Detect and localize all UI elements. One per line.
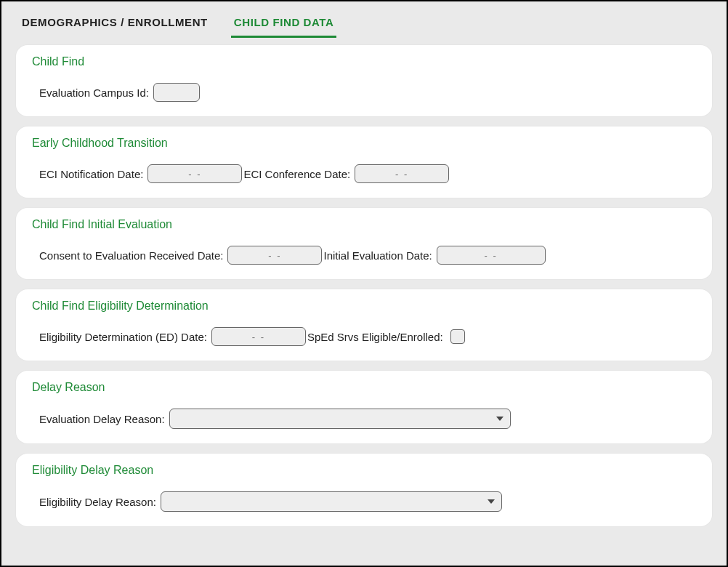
label-evaluation-delay-reason: Evaluation Delay Reason: <box>39 413 165 425</box>
tab-bar: DEMOGRAPHICS / ENROLLMENT CHILD FIND DAT… <box>1 1 727 38</box>
label-consent-to-evaluation-date: Consent to Evaluation Received Date: <box>39 249 223 262</box>
select-evaluation-delay-reason[interactable] <box>169 409 511 429</box>
select-eligibility-delay-reason[interactable] <box>161 491 502 512</box>
input-initial-evaluation-date[interactable] <box>437 246 546 265</box>
card-title-cfie: Child Find Initial Evaluation <box>32 218 697 231</box>
input-ed-date[interactable] <box>211 327 306 346</box>
card-title-delay-reason: Delay Reason <box>32 381 697 394</box>
card-title-eligibility-delay-reason: Eligibility Delay Reason <box>32 464 697 477</box>
card-delay-reason: Delay Reason Evaluation Delay Reason: <box>16 371 712 443</box>
label-sped-eligible-enrolled: SpEd Srvs Eligible/Enrolled: <box>307 331 443 343</box>
label-ed-date: Eligibility Determination (ED) Date: <box>39 331 207 343</box>
label-initial-evaluation-date: Initial Evaluation Date: <box>323 249 432 262</box>
label-eligibility-delay-reason: Eligibility Delay Reason: <box>39 496 156 508</box>
card-title-ect: Early Childhood Transition <box>32 137 697 150</box>
label-evaluation-campus-id: Evaluation Campus Id: <box>39 87 149 99</box>
card-child-find: Child Find Evaluation Campus Id: <box>16 45 712 116</box>
card-title-child-find: Child Find <box>32 55 697 68</box>
card-child-find-initial-evaluation: Child Find Initial Evaluation Consent to… <box>16 208 712 279</box>
checkbox-sped-eligible-enrolled[interactable] <box>450 329 465 344</box>
label-eci-conference-date: ECI Conference Date: <box>243 168 350 180</box>
card-eligibility-delay-reason: Eligibility Delay Reason Eligibility Del… <box>16 454 712 526</box>
card-early-childhood-transition: Early Childhood Transition ECI Notificat… <box>16 126 712 198</box>
label-eci-notification-date: ECI Notification Date: <box>39 168 143 180</box>
card-child-find-eligibility-determination: Child Find Eligibility Determination Eli… <box>16 289 712 361</box>
input-evaluation-campus-id[interactable] <box>153 83 200 102</box>
card-title-cfed: Child Find Eligibility Determination <box>32 299 697 313</box>
input-consent-to-evaluation-date[interactable] <box>227 246 322 265</box>
input-eci-conference-date[interactable] <box>355 164 449 183</box>
tab-child-find-data[interactable]: CHILD FIND DATA <box>231 12 337 38</box>
input-eci-notification-date[interactable] <box>147 164 242 183</box>
tab-demographics-enrollment[interactable]: DEMOGRAPHICS / ENROLLMENT <box>19 12 211 36</box>
